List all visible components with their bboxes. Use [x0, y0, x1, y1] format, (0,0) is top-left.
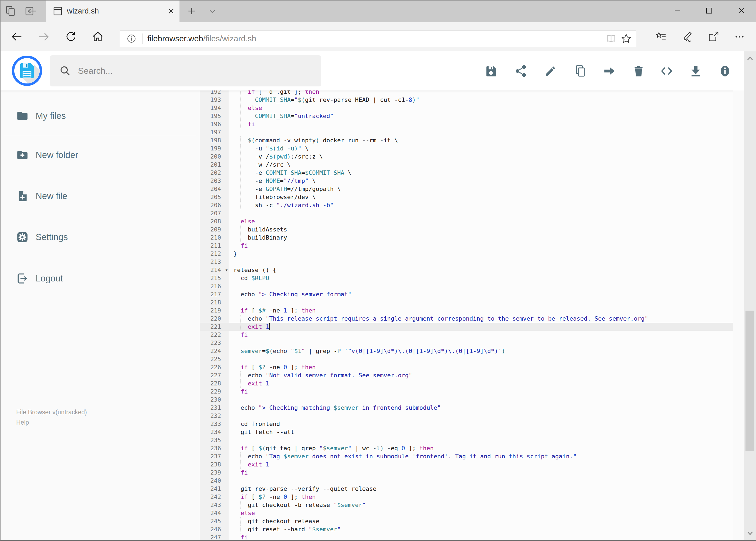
window-close-button[interactable] [730, 2, 754, 19]
code-line[interactable]: 244 else [200, 509, 744, 517]
code-text[interactable] [229, 339, 744, 347]
code-line[interactable]: 230 [200, 396, 744, 404]
sidebar-item-settings[interactable]: Settings [0, 230, 200, 245]
favorite-star-icon[interactable] [619, 31, 634, 46]
code-line[interactable]: 201 -w //src \ [200, 161, 744, 169]
code-text[interactable]: $(command -v winpty) docker run --rm -it… [229, 136, 744, 145]
tab-close-icon[interactable] [164, 4, 178, 18]
tab-preview-chevron-icon[interactable] [206, 5, 219, 17]
code-text[interactable]: -u "$(id -u)" \ [229, 145, 744, 153]
code-text[interactable]: if [ $# -ne 1 ]; then [229, 306, 744, 315]
code-line[interactable]: 242 if [ $? -ne 0 ]; then [200, 493, 744, 501]
code-text[interactable]: echo "> Checking matching $semver in fro… [229, 404, 744, 412]
code-icon[interactable] [660, 65, 673, 77]
code-text[interactable]: -e COMMIT_SHA=$COMMIT_SHA \ [229, 169, 744, 177]
code-line[interactable]: 243 git checkout -b release "$semver" [200, 501, 744, 509]
code-line[interactable]: 232 [200, 412, 744, 420]
code-line[interactable]: 216 [200, 282, 744, 290]
code-text[interactable]: git checkout release [229, 517, 744, 525]
code-line[interactable]: 198 $(command -v winpty) docker run --rm… [200, 136, 744, 145]
code-line[interactable]: 206 sh -c "./wizard.sh -b" [200, 201, 744, 209]
code-text[interactable]: cd frontend [229, 420, 744, 428]
code-line[interactable]: 196 fi [200, 120, 744, 128]
code-text[interactable]: else [229, 509, 744, 517]
window-maximize-button[interactable] [697, 2, 721, 19]
refresh-icon[interactable] [59, 26, 82, 48]
more-menu-icon[interactable] [728, 26, 751, 48]
code-text[interactable]: fi [229, 533, 744, 541]
code-line[interactable]: 217 echo "> Checking semver format" [200, 290, 744, 298]
code-text[interactable]: git reset --hard "$semver" [229, 525, 744, 533]
code-line[interactable]: 227 echo "Not valid semver format. See s… [200, 371, 744, 379]
code-line[interactable]: 203 -e HOME="//tmp" \ [200, 177, 744, 185]
code-line[interactable]: 205 filebrowser/dev \ [200, 193, 744, 201]
save-icon[interactable] [485, 65, 497, 77]
code-line[interactable]: 231 echo "> Checking matching $semver in… [200, 404, 744, 412]
code-text[interactable]: echo "Not valid semver format. See semve… [229, 371, 744, 379]
code-text[interactable] [229, 298, 744, 306]
url-bar[interactable]: filebrowser.web/files/wizard.sh [120, 30, 636, 47]
code-text[interactable]: fi [229, 331, 744, 339]
code-line[interactable]: 246 git reset --hard "$semver" [200, 525, 744, 533]
code-line[interactable]: 213 [200, 258, 744, 266]
annotate-pen-icon[interactable] [675, 26, 699, 48]
code-text[interactable] [229, 282, 744, 290]
code-text[interactable]: filebrowser/dev \ [229, 193, 744, 201]
code-text[interactable]: git fetch --all [229, 428, 744, 436]
code-text[interactable]: -e HOME="//tmp" \ [229, 177, 744, 185]
code-text[interactable]: if [ $(git tag | grep "$semver" | wc -l)… [229, 444, 744, 452]
hub-favorites-icon[interactable] [649, 26, 673, 48]
code-text[interactable]: if [ $? -ne 0 ]; then [229, 363, 744, 371]
browser-tab[interactable]: wizard.sh [46, 0, 179, 22]
code-line[interactable]: 194 else [200, 104, 744, 112]
code-text[interactable]: exit 1 [229, 460, 744, 469]
delete-icon[interactable] [632, 65, 645, 77]
code-line[interactable]: 214▾release () { [200, 266, 744, 274]
search-input[interactable] [78, 66, 300, 76]
reading-view-icon[interactable] [604, 31, 619, 46]
sidebar-item-my-files[interactable]: My files [0, 108, 200, 124]
code-text[interactable]: if [ $? -ne 0 ]; then [229, 493, 744, 501]
code-text[interactable]: echo "This release script requires a sin… [229, 315, 744, 323]
home-icon[interactable] [86, 26, 109, 48]
code-line[interactable]: 239 fi [200, 469, 744, 477]
code-line[interactable]: 212} [200, 250, 744, 258]
info-icon[interactable] [719, 65, 731, 77]
site-info-icon[interactable] [124, 31, 139, 46]
window-minimize-button[interactable] [665, 2, 690, 19]
download-icon[interactable] [690, 65, 702, 77]
code-line[interactable]: 207 [200, 209, 744, 218]
code-text[interactable]: buildBinary [229, 234, 744, 242]
code-text[interactable] [229, 396, 744, 404]
code-text[interactable]: -v /$(pwd):/src:z \ [229, 153, 744, 161]
code-line[interactable]: 219 if [ $# -ne 1 ]; then [200, 306, 744, 315]
code-text[interactable]: git checkout -b release "$semver" [229, 501, 744, 509]
scrollbar-up-icon[interactable] [744, 53, 756, 64]
sidebar-item-new-folder[interactable]: New folder [0, 148, 200, 163]
code-line[interactable]: 245 git checkout release [200, 517, 744, 525]
code-text[interactable]: fi [229, 469, 744, 477]
help-link[interactable]: Help [16, 417, 87, 427]
share-icon[interactable] [515, 65, 527, 77]
code-text[interactable]: echo "Tag $semver does not exist in subm… [229, 452, 744, 460]
code-line[interactable]: 200 -v /$(pwd):/src:z \ [200, 153, 744, 161]
code-text[interactable]: } [229, 250, 744, 258]
filebrowser-logo[interactable] [12, 56, 42, 86]
code-line[interactable]: 204 -e GOPATH=//tmp/gopath \ [200, 185, 744, 193]
code-line[interactable]: 235 [200, 436, 744, 444]
scrollbar-thumb[interactable] [745, 310, 754, 451]
sidebar-item-new-file[interactable]: New file [0, 189, 200, 204]
code-line[interactable]: 218 [200, 298, 744, 306]
code-text[interactable]: release () { [229, 266, 744, 274]
code-line[interactable]: 236 if [ $(git tag | grep "$semver" | wc… [200, 444, 744, 452]
code-line[interactable]: 247 fi [200, 533, 744, 541]
code-text[interactable]: fi [229, 387, 744, 396]
code-text[interactable] [229, 436, 744, 444]
forward-icon[interactable] [32, 26, 55, 48]
code-text[interactable]: fi [229, 242, 744, 250]
code-line[interactable]: 197 [200, 128, 744, 136]
code-line[interactable]: 209 buildAssets [200, 226, 744, 234]
code-line[interactable]: 241 git rev-parse --verify --quiet relea… [200, 485, 744, 493]
code-line[interactable]: 238 exit 1 [200, 460, 744, 469]
code-line[interactable]: 240 [200, 477, 744, 485]
